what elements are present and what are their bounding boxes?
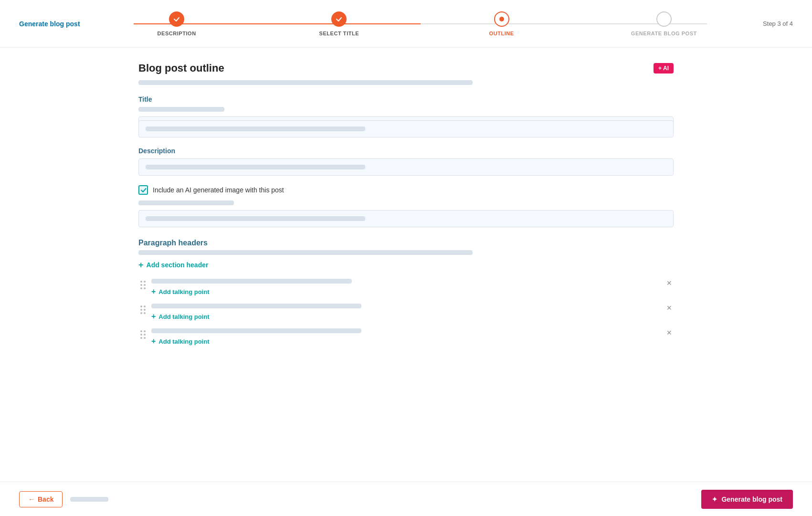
step-circle-select-title bbox=[331, 11, 347, 27]
ai-badge[interactable]: + AI bbox=[654, 63, 674, 74]
talking-bar-1 bbox=[151, 279, 352, 284]
drag-handle-3[interactable] bbox=[140, 328, 146, 339]
close-talking-1[interactable]: × bbox=[666, 279, 672, 287]
step-counter: Step 3 of 4 bbox=[745, 20, 793, 27]
title-input[interactable] bbox=[138, 116, 674, 137]
checkbox-sub-skeleton bbox=[138, 200, 234, 205]
talking-block-1: + Add talking point × bbox=[138, 279, 674, 296]
talking-content-3: + Add talking point bbox=[151, 328, 661, 346]
description-label: Description bbox=[138, 147, 674, 155]
add-talking-label-2: Add talking point bbox=[158, 313, 209, 320]
drag-handle-2[interactable] bbox=[140, 304, 146, 314]
add-talking-label-1: Add talking point bbox=[158, 288, 209, 295]
plus-icon-talking-2: + bbox=[151, 312, 156, 321]
generate-plus-icon: ✦ bbox=[712, 495, 717, 503]
add-section-header-button[interactable]: + Add section header bbox=[138, 261, 208, 269]
close-talking-3[interactable]: × bbox=[666, 328, 672, 337]
main-content: Blog post outline + AI Title Description… bbox=[0, 48, 812, 482]
step-label-outline: OUTLINE bbox=[489, 31, 514, 36]
talking-bar-3 bbox=[151, 328, 361, 333]
talking-bar-2 bbox=[151, 304, 361, 308]
title-skeleton-label bbox=[138, 107, 224, 112]
talking-block-3: + Add talking point × bbox=[138, 328, 674, 346]
image-input-skeleton bbox=[146, 216, 365, 221]
paragraph-headers-title: Paragraph headers bbox=[138, 239, 674, 247]
step-description: DESCRIPTION bbox=[95, 11, 258, 36]
back-button[interactable]: ← Back bbox=[19, 491, 63, 507]
talking-content-1: + Add talking point bbox=[151, 279, 661, 296]
page-title: Blog post outline bbox=[138, 62, 224, 74]
back-arrow-icon: ← bbox=[28, 495, 35, 503]
description-input-skeleton bbox=[146, 165, 365, 169]
step-label-generate: GENERATE BLOG POST bbox=[631, 31, 697, 36]
add-talking-label-3: Add talking point bbox=[158, 338, 209, 345]
page-heading-row: Blog post outline + AI bbox=[138, 62, 674, 74]
header: Generate blog post DESCRIPTION SELECT TI… bbox=[0, 0, 812, 48]
ai-image-checkbox[interactable] bbox=[138, 185, 148, 195]
step-generate: GENERATE BLOG POST bbox=[583, 11, 745, 36]
footer: ← Back ✦ Generate blog post bbox=[0, 482, 812, 516]
step-select-title: SELECT TITLE bbox=[258, 11, 420, 36]
ai-image-checkbox-row[interactable]: Include an AI generated image with this … bbox=[138, 185, 674, 195]
plus-icon-talking-3: + bbox=[151, 337, 156, 346]
app-title: Generate blog post bbox=[19, 20, 95, 28]
add-section-label: Add section header bbox=[147, 261, 209, 269]
step-circle-generate bbox=[656, 11, 672, 27]
stepper: DESCRIPTION SELECT TITLE OUTLINE GENERAT… bbox=[95, 11, 745, 36]
add-talking-point-1[interactable]: + Add talking point bbox=[151, 287, 661, 296]
top-skeleton-bar bbox=[138, 80, 473, 85]
step-outline: OUTLINE bbox=[421, 11, 583, 36]
talking-block-2: + Add talking point × bbox=[138, 304, 674, 321]
step-circle-outline bbox=[494, 11, 509, 27]
back-label: Back bbox=[38, 495, 53, 503]
plus-icon-talking-1: + bbox=[151, 287, 156, 296]
add-talking-point-3[interactable]: + Add talking point bbox=[151, 337, 661, 346]
footer-skeleton bbox=[70, 497, 108, 502]
talking-content-2: + Add talking point bbox=[151, 304, 661, 321]
add-talking-point-2[interactable]: + Add talking point bbox=[151, 312, 661, 321]
generate-blog-post-button[interactable]: ✦ Generate blog post bbox=[701, 490, 793, 509]
plus-icon: + bbox=[138, 261, 144, 269]
paragraph-skeleton-bar bbox=[138, 250, 473, 255]
ai-image-label: Include an AI generated image with this … bbox=[153, 186, 284, 194]
generate-label: Generate blog post bbox=[721, 495, 782, 503]
title-label: Title bbox=[138, 95, 674, 103]
step-circle-description bbox=[169, 11, 184, 27]
step-label-description: DESCRIPTION bbox=[158, 31, 196, 36]
drag-handle-1[interactable] bbox=[140, 279, 146, 289]
step-label-select-title: SELECT TITLE bbox=[319, 31, 359, 36]
close-talking-2[interactable]: × bbox=[666, 304, 672, 312]
